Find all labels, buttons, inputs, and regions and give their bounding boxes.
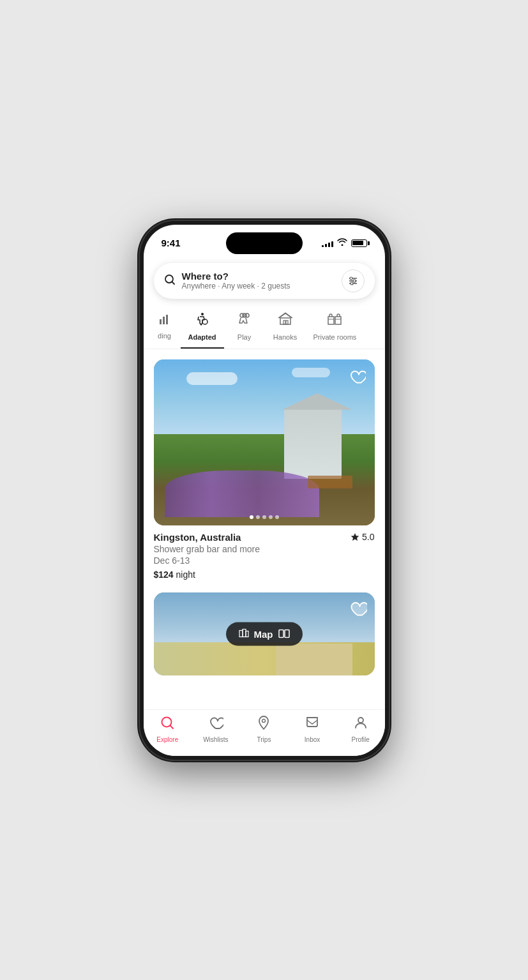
svg-rect-22	[239, 631, 243, 637]
tab-private-rooms[interactable]: Private rooms	[306, 306, 365, 349]
nav-profile[interactable]: Profile	[336, 715, 385, 743]
svg-rect-23	[243, 629, 246, 637]
svg-point-30	[358, 718, 363, 723]
listing-card-preview: Map	[144, 592, 385, 686]
nav-profile-label: Profile	[351, 736, 369, 743]
listing-rating: 5.0	[351, 532, 374, 542]
listing-description: Shower grab bar and more	[154, 544, 375, 554]
search-sub-text: Anywhere · Any week · 2 guests	[182, 282, 335, 290]
svg-line-28	[170, 725, 174, 728]
svg-point-11	[201, 313, 204, 315]
svg-line-1	[172, 282, 174, 284]
hanoks-icon	[278, 312, 293, 331]
content-scroll[interactable]: Kingston, Australia 5.0 Shower grab bar …	[144, 349, 385, 709]
svg-rect-10	[166, 315, 168, 324]
nav-wishlists-label: Wishlists	[203, 736, 228, 743]
tab-adapted[interactable]: Adapted	[181, 306, 224, 349]
profile-icon	[353, 715, 368, 734]
status-icons	[322, 238, 367, 248]
svg-rect-20	[335, 317, 341, 324]
inbox-icon	[305, 715, 320, 734]
rating-value: 5.0	[362, 532, 374, 542]
image-dots	[250, 515, 279, 519]
search-main-text: Where to?	[182, 271, 335, 282]
phone-screen: 9:41	[144, 225, 385, 756]
tab-private-rooms-label: Private rooms	[313, 333, 357, 341]
svg-point-6	[353, 280, 356, 282]
signal-icon	[322, 239, 333, 247]
category-tabs: ding Adapted	[144, 306, 385, 349]
nav-trips[interactable]: Trips	[240, 715, 289, 743]
nav-inbox-label: Inbox	[305, 736, 320, 743]
explore-icon	[160, 715, 175, 734]
svg-point-5	[350, 277, 352, 280]
trending-icon	[158, 312, 172, 329]
nav-wishlists[interactable]: Wishlists	[192, 715, 240, 743]
wishlists-icon	[208, 715, 223, 734]
map-button[interactable]: Map	[226, 622, 303, 645]
search-bar[interactable]: Where to? Anywhere · Any week · 2 guests	[154, 263, 375, 299]
svg-rect-18	[286, 320, 288, 324]
nav-explore[interactable]: Explore	[144, 715, 192, 743]
svg-point-7	[351, 282, 353, 285]
listing-location: Kingston, Australia	[154, 532, 241, 543]
nav-trips-label: Trips	[257, 736, 271, 743]
battery-icon	[351, 239, 367, 247]
bottom-nav: Explore Wishlists Trips	[144, 709, 385, 756]
status-time: 9:41	[162, 237, 181, 248]
svg-rect-17	[283, 320, 285, 324]
filter-button[interactable]	[342, 269, 365, 292]
listing-info: Kingston, Australia 5.0 Shower grab bar …	[154, 525, 375, 582]
tab-trending[interactable]: ding	[149, 306, 181, 349]
svg-rect-9	[163, 317, 165, 324]
svg-rect-24	[246, 631, 248, 637]
tab-hanoks-label: Hanoks	[273, 333, 297, 341]
map-button-label: Map	[254, 628, 273, 639]
listing-card: Kingston, Australia 5.0 Shower grab bar …	[144, 349, 385, 592]
adapted-icon	[195, 312, 210, 331]
svg-point-12	[202, 319, 207, 324]
tab-play[interactable]: Play	[224, 306, 265, 349]
wishlist-button[interactable]	[347, 367, 367, 388]
svg-rect-19	[328, 317, 334, 324]
play-icon	[237, 312, 252, 331]
listing-image[interactable]	[154, 359, 375, 525]
svg-point-15	[243, 313, 246, 317]
nav-explore-label: Explore	[156, 736, 178, 743]
preview-wishlist-button[interactable]	[348, 600, 367, 622]
listing-price: $124 night	[154, 569, 375, 580]
svg-rect-26	[285, 630, 289, 638]
search-text-area: Where to? Anywhere · Any week · 2 guests	[182, 271, 335, 290]
tab-play-label: Play	[238, 333, 251, 341]
tab-trending-label: ding	[158, 332, 171, 340]
listing-dates: Dec 6-13	[154, 555, 375, 566]
svg-rect-8	[160, 319, 162, 324]
tab-adapted-label: Adapted	[188, 333, 216, 341]
private-rooms-icon	[327, 312, 342, 331]
preview-image[interactable]: Map	[154, 592, 375, 675]
trips-icon	[256, 715, 271, 734]
search-icon	[164, 274, 176, 288]
svg-marker-21	[351, 533, 359, 541]
tab-hanoks[interactable]: Hanoks	[265, 306, 306, 349]
dynamic-island	[226, 232, 303, 254]
wifi-icon	[337, 238, 347, 248]
phone-frame: 9:41	[140, 221, 389, 760]
svg-rect-25	[279, 630, 283, 638]
nav-inbox[interactable]: Inbox	[288, 715, 336, 743]
search-container: Where to? Anywhere · Any week · 2 guests	[144, 258, 385, 306]
svg-point-29	[262, 719, 266, 722]
